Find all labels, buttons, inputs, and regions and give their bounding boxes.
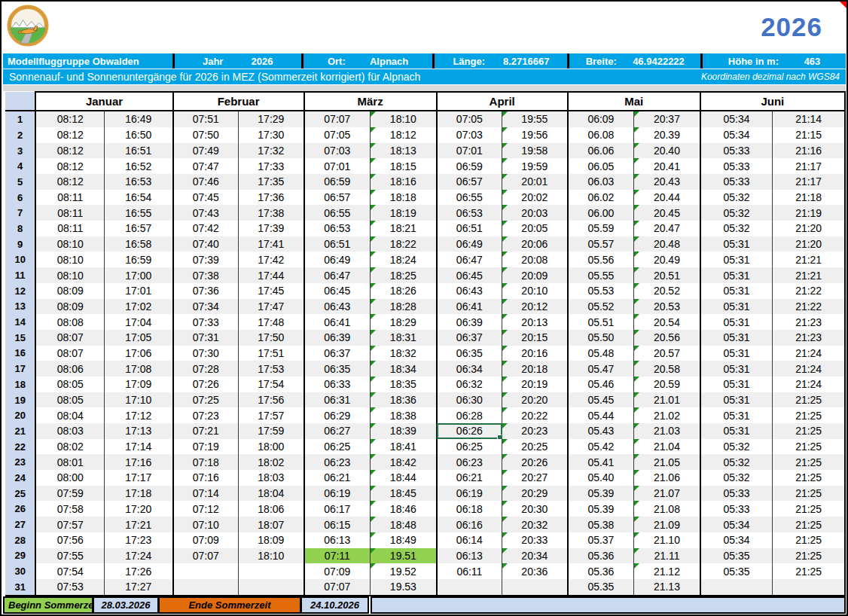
cell-februar-25-sunrise[interactable]: 07:14	[173, 486, 239, 502]
cell-april-27-sunset[interactable]: 20:32	[502, 517, 568, 532]
cell-april-20-sunset[interactable]: 20:22	[502, 407, 568, 423]
cell-april-26-sunset[interactable]: 20:30	[502, 501, 568, 517]
cell-februar-14-sunset[interactable]: 17:48	[239, 314, 304, 330]
header-laenge-cell[interactable]: Länge: 8.2716667	[435, 53, 567, 69]
cell-mai-20-sunset[interactable]: 21.02	[634, 407, 700, 423]
cell-juni-30-sunset[interactable]: 21:25	[773, 563, 845, 579]
cell-juni-18-sunset[interactable]: 21:24	[773, 377, 845, 392]
cell-januar-7-sunrise[interactable]: 08:11	[35, 205, 104, 221]
cell-februar-15-sunrise[interactable]: 07:31	[173, 330, 239, 346]
cell-februar-9-sunset[interactable]: 17:41	[239, 236, 304, 252]
cell-juni-24-sunrise[interactable]: 05:32	[700, 470, 773, 486]
cell-juni-14-sunrise[interactable]: 05:31	[700, 314, 773, 330]
cell-februar-13-sunset[interactable]: 17:47	[239, 299, 304, 315]
month-header-mai[interactable]: Mai	[568, 92, 700, 111]
cell-mai-22-sunrise[interactable]: 05.42	[568, 439, 634, 455]
cell-märz-30-sunrise[interactable]: 07:09	[304, 563, 371, 579]
cell-april-16-sunset[interactable]: 20:16	[502, 346, 568, 361]
cell-juni-19-sunrise[interactable]: 05:31	[700, 392, 773, 408]
row-header-22[interactable]: 22	[5, 439, 35, 455]
cell-juni-15-sunset[interactable]: 21:23	[773, 330, 845, 346]
cell-april-22-sunset[interactable]: 20:25	[502, 439, 568, 455]
row-header-2[interactable]: 2	[5, 127, 35, 143]
cell-januar-6-sunrise[interactable]: 08:11	[35, 190, 104, 206]
row-header-9[interactable]: 9	[5, 236, 35, 252]
cell-märz-6-sunrise[interactable]: 06:57	[304, 190, 371, 206]
cell-februar-11-sunset[interactable]: 17:44	[239, 267, 304, 283]
cell-märz-24-sunset[interactable]: 18:44	[371, 470, 437, 486]
cell-april-23-sunset[interactable]: 20:26	[502, 454, 568, 470]
cell-februar-31-sunrise[interactable]	[173, 579, 239, 596]
cell-juni-17-sunrise[interactable]: 05:31	[700, 361, 773, 377]
cell-mai-10-sunrise[interactable]: 05.56	[568, 252, 634, 267]
cell-januar-29-sunrise[interactable]: 07:55	[35, 548, 104, 564]
cell-januar-5-sunset[interactable]: 16:53	[105, 174, 173, 190]
cell-juni-21-sunset[interactable]: 21:25	[773, 423, 845, 439]
cell-mai-27-sunrise[interactable]: 05.38	[568, 517, 634, 532]
cell-februar-5-sunset[interactable]: 17:35	[239, 174, 304, 190]
cell-februar-14-sunrise[interactable]: 07:33	[173, 314, 239, 330]
cell-märz-23-sunset[interactable]: 18:42	[371, 454, 437, 470]
cell-april-1-sunrise[interactable]: 07:05	[437, 111, 502, 127]
cell-juni-25-sunset[interactable]: 21:25	[773, 486, 845, 502]
cell-januar-17-sunset[interactable]: 17:08	[105, 361, 173, 377]
row-header-26[interactable]: 26	[5, 501, 35, 517]
row-header-23[interactable]: 23	[5, 454, 35, 470]
row-header-27[interactable]: 27	[5, 517, 35, 532]
cell-mai-5-sunset[interactable]: 20.43	[634, 174, 700, 190]
cell-märz-10-sunrise[interactable]: 06:49	[304, 252, 371, 267]
cell-januar-20-sunrise[interactable]: 08:04	[35, 407, 104, 423]
cell-mai-24-sunset[interactable]: 21.06	[634, 470, 700, 486]
cell-märz-26-sunset[interactable]: 18:46	[371, 501, 437, 517]
cell-januar-23-sunrise[interactable]: 08:01	[35, 454, 104, 470]
month-header-märz[interactable]: März	[304, 92, 437, 111]
cell-januar-18-sunset[interactable]: 17:09	[105, 377, 173, 392]
cell-mai-8-sunset[interactable]: 20.47	[634, 221, 700, 236]
cell-märz-14-sunset[interactable]: 18:29	[371, 314, 437, 330]
cell-juni-16-sunset[interactable]: 21:24	[773, 346, 845, 361]
cell-märz-6-sunset[interactable]: 18:18	[371, 190, 437, 206]
cell-april-15-sunrise[interactable]: 06:37	[437, 330, 502, 346]
cell-mai-29-sunset[interactable]: 21.11	[634, 548, 700, 564]
cell-juni-7-sunset[interactable]: 21:19	[773, 205, 845, 221]
month-header-februar[interactable]: Februar	[173, 92, 304, 111]
cell-januar-31-sunset[interactable]: 17:27	[105, 579, 173, 596]
cell-juni-23-sunset[interactable]: 21:25	[773, 454, 845, 470]
cell-februar-30-sunrise[interactable]	[173, 563, 239, 579]
cell-mai-21-sunset[interactable]: 21.03	[634, 423, 700, 439]
cell-märz-13-sunrise[interactable]: 06:43	[304, 299, 371, 315]
cell-april-6-sunrise[interactable]: 06:55	[437, 190, 502, 206]
cell-februar-30-sunset[interactable]	[239, 563, 304, 579]
cell-juni-20-sunset[interactable]: 21:25	[773, 407, 845, 423]
cell-juni-17-sunset[interactable]: 21:24	[773, 361, 845, 377]
cell-april-8-sunset[interactable]: 20:05	[502, 221, 568, 236]
ende-sommerzeit-cell[interactable]: Ende Sommerzeit	[158, 596, 301, 614]
cell-januar-12-sunset[interactable]: 17:01	[105, 283, 173, 299]
row-header-30[interactable]: 30	[5, 563, 35, 579]
cell-juni-19-sunset[interactable]: 21:25	[773, 392, 845, 408]
cell-juni-9-sunset[interactable]: 21:20	[773, 236, 845, 252]
cell-juni-10-sunrise[interactable]: 05:31	[700, 252, 773, 267]
cell-april-23-sunrise[interactable]: 06:23	[437, 454, 502, 470]
cell-april-1-sunset[interactable]: 19:55	[502, 111, 568, 127]
cell-juni-27-sunset[interactable]: 21:25	[773, 517, 845, 532]
cell-juni-25-sunrise[interactable]: 05:33	[700, 486, 773, 502]
cell-märz-12-sunset[interactable]: 18:26	[371, 283, 437, 299]
row-header-28[interactable]: 28	[5, 532, 35, 548]
cell-januar-4-sunrise[interactable]: 08:12	[35, 158, 104, 174]
row-header-17[interactable]: 17	[5, 361, 35, 377]
cell-mai-6-sunrise[interactable]: 06.02	[568, 190, 634, 206]
cell-juni-31-sunset[interactable]	[773, 579, 845, 596]
cell-februar-2-sunset[interactable]: 17:30	[239, 127, 304, 143]
cell-märz-17-sunrise[interactable]: 06:35	[304, 361, 371, 377]
cell-februar-6-sunrise[interactable]: 07:45	[173, 190, 239, 206]
cell-mai-9-sunrise[interactable]: 05.57	[568, 236, 634, 252]
cell-juni-29-sunset[interactable]: 21:25	[773, 548, 845, 564]
cell-januar-15-sunrise[interactable]: 08:07	[35, 330, 104, 346]
cell-juni-27-sunrise[interactable]: 05:34	[700, 517, 773, 532]
cell-märz-19-sunrise[interactable]: 06:31	[304, 392, 371, 408]
cell-märz-27-sunset[interactable]: 18:48	[371, 517, 437, 532]
cell-mai-1-sunrise[interactable]: 06:09	[568, 111, 634, 127]
cell-mai-4-sunrise[interactable]: 06.05	[568, 158, 634, 174]
cell-februar-10-sunrise[interactable]: 07:39	[173, 252, 239, 267]
